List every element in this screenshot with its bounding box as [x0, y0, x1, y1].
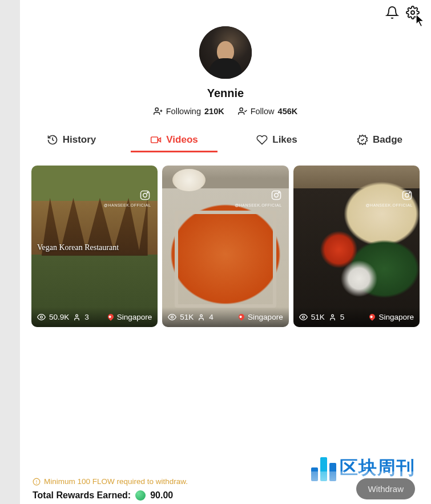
- location-label: Singapore: [117, 313, 152, 321]
- profile-screen: Yennie Following 210K Follow 456K: [20, 0, 431, 504]
- svg-point-13: [274, 193, 278, 197]
- ig-handle: @HANSEEK.OFFICIAL: [365, 203, 413, 207]
- tab-likes[interactable]: Likes: [225, 128, 328, 152]
- topbar: [20, 0, 431, 22]
- tab-label: History: [63, 134, 96, 146]
- eye-icon: [37, 313, 46, 321]
- follow-count: 456K: [278, 107, 298, 116]
- badge-icon: [357, 134, 368, 146]
- engagement-count: 4: [209, 313, 214, 321]
- video-icon: [150, 134, 162, 146]
- svg-point-14: [278, 192, 279, 193]
- tab-history[interactable]: History: [20, 128, 123, 152]
- user-check-icon: [238, 107, 247, 116]
- tab-videos[interactable]: Videos: [123, 128, 225, 152]
- instagram-icon: [401, 189, 413, 201]
- location-pin-icon: [368, 313, 376, 321]
- svg-point-9: [147, 192, 148, 193]
- engagement-count: 5: [340, 313, 345, 321]
- instagram-icon: [139, 189, 151, 201]
- svg-point-21: [331, 315, 333, 317]
- svg-point-18: [405, 193, 409, 197]
- views-count: 50.9K: [49, 313, 69, 321]
- withdraw-button[interactable]: Withdraw: [356, 478, 415, 499]
- username: Yennie: [207, 87, 244, 100]
- eye-icon: [299, 313, 308, 321]
- following-count: 210K: [204, 107, 224, 116]
- tab-label: Badge: [373, 134, 402, 146]
- following-stat[interactable]: Following 210K: [154, 107, 224, 116]
- svg-point-1: [155, 108, 158, 111]
- tab-badge[interactable]: Badge: [328, 128, 431, 152]
- follow-stat[interactable]: Follow 456K: [238, 107, 298, 116]
- video-card[interactable]: @HANSEEK.OFFICIAL Vegan Korean Restauran…: [31, 166, 158, 327]
- follow-label: Follow: [251, 107, 275, 116]
- following-label: Following: [166, 107, 201, 116]
- views-count: 51K: [311, 313, 325, 321]
- warning-text: Minimum 100 FLOW required to withdraw.: [44, 477, 188, 486]
- svg-point-19: [409, 192, 410, 193]
- video-overlay-title: Vegan Korean Restaurant: [37, 243, 152, 252]
- tab-label: Videos: [166, 134, 198, 146]
- svg-rect-5: [151, 137, 158, 143]
- video-card[interactable]: @HANSEEK.OFFICIAL 51K 5 Singapore: [293, 166, 420, 327]
- engagement-count: 3: [84, 313, 89, 321]
- location-label: Singapore: [248, 313, 283, 321]
- svg-point-8: [143, 193, 147, 197]
- eye-icon: [168, 313, 176, 321]
- rewards-footer: Minimum 100 FLOW required to withdraw. T…: [20, 471, 431, 504]
- location-pin-icon: [107, 313, 115, 321]
- ig-handle: @HANSEEK.OFFICIAL: [235, 203, 282, 207]
- views-count: 51K: [180, 313, 194, 321]
- svg-point-10: [41, 316, 43, 318]
- svg-point-24: [37, 483, 37, 483]
- users-icon: [72, 313, 81, 321]
- history-icon: [47, 134, 58, 146]
- coin-icon: [135, 490, 146, 501]
- video-grid: @HANSEEK.OFFICIAL Vegan Korean Restauran…: [20, 153, 431, 327]
- video-meta: 51K 5 Singapore: [293, 307, 420, 327]
- info-icon: [33, 478, 41, 486]
- video-card[interactable]: @HANSEEK.OFFICIAL 51K 4 Singapore: [162, 166, 288, 327]
- rewards-label: Total Rewards Earned:: [33, 490, 131, 501]
- rewards-value: 90.00: [150, 490, 173, 501]
- settings-icon[interactable]: [406, 6, 420, 22]
- heart-icon: [256, 134, 268, 146]
- avatar[interactable]: [199, 26, 252, 79]
- svg-point-4: [240, 108, 243, 111]
- users-icon: [197, 313, 206, 321]
- video-meta: 51K 4 Singapore: [162, 307, 288, 327]
- notifications-icon[interactable]: [385, 6, 399, 22]
- svg-point-15: [171, 316, 174, 318]
- follow-stats: Following 210K Follow 456K: [154, 107, 298, 116]
- svg-point-0: [411, 11, 414, 14]
- svg-point-16: [200, 315, 203, 317]
- user-plus-icon: [154, 107, 163, 116]
- profile-header: Yennie Following 210K Follow 456K: [20, 22, 431, 116]
- location-label: Singapore: [378, 313, 414, 321]
- tabs: History Videos Likes Badge: [20, 128, 431, 153]
- location-pin-icon: [237, 313, 245, 321]
- svg-point-20: [302, 316, 304, 318]
- tab-label: Likes: [272, 134, 297, 146]
- svg-point-11: [76, 315, 78, 317]
- ig-handle: @HANSEEK.OFFICIAL: [104, 203, 151, 207]
- video-meta: 50.9K 3 Singapore: [31, 307, 158, 327]
- instagram-icon: [271, 189, 282, 201]
- users-icon: [328, 313, 337, 321]
